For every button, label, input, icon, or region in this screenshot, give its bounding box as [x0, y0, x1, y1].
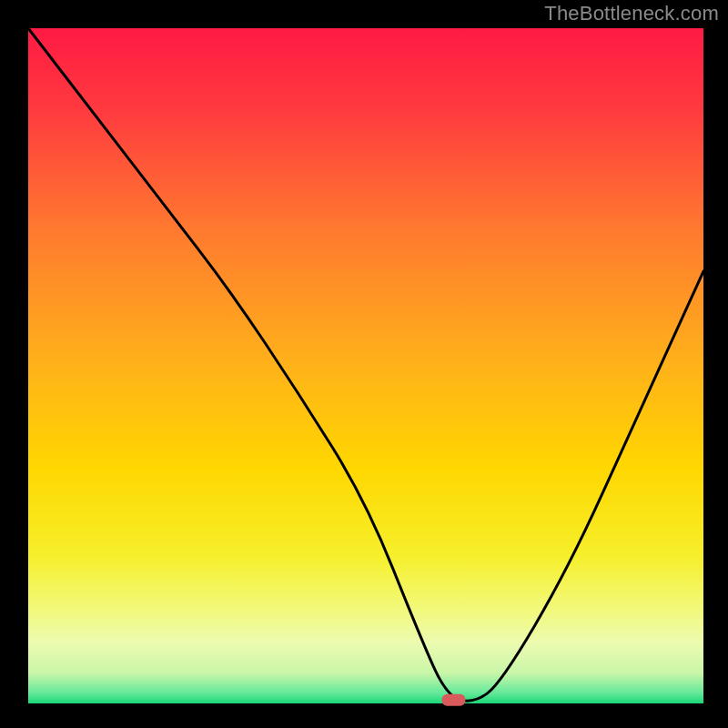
- plot-background: [28, 28, 703, 703]
- chart-frame: TheBottleneck.com: [0, 0, 728, 728]
- optimal-marker: [441, 694, 465, 706]
- bottleneck-chart: [0, 0, 728, 728]
